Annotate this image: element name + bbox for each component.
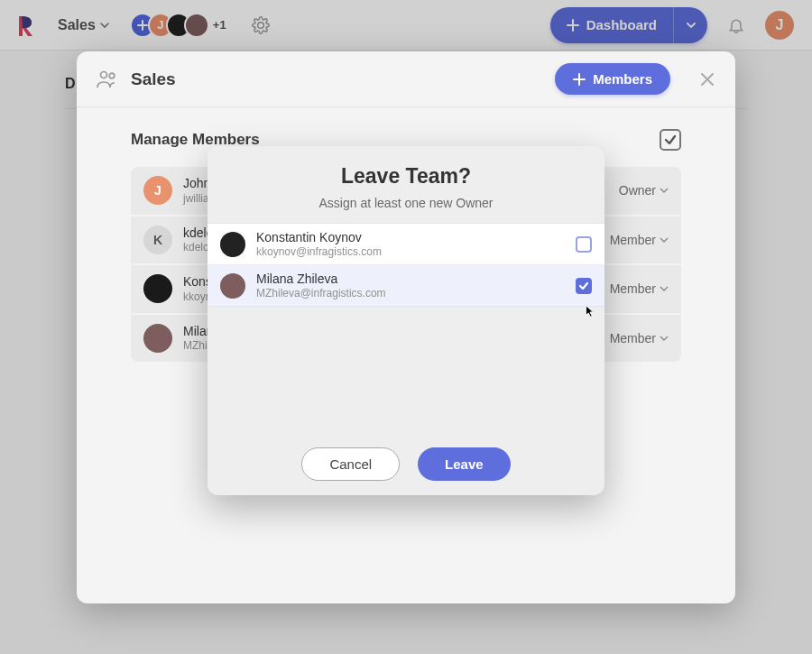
candidate-name: Milana Zhileva [256,272,565,287]
owner-candidate-list: Konstantin Koynov kkoynov@infragistics.c… [208,223,604,307]
candidate-checkbox[interactable] [576,278,592,294]
candidate-checkbox[interactable] [576,236,592,253]
candidate-email: MZhileva@infragistics.com [256,287,565,299]
avatar [220,273,245,299]
owner-candidate-row[interactable]: Milana Zhileva MZhileva@infragistics.com [208,265,604,306]
candidate-name: Konstantin Koynov [256,230,565,245]
modal-subtitle: Assign at least one new Owner [226,196,586,210]
leave-button[interactable]: Leave [418,447,511,481]
leave-team-modal: Leave Team? Assign at least one new Owne… [208,146,604,495]
candidate-email: kkoynov@infragistics.com [256,245,565,258]
modal-title: Leave Team? [226,164,586,189]
confirm-modal-overlay: Leave Team? Assign at least one new Owne… [0,0,812,654]
cancel-button[interactable]: Cancel [301,447,400,481]
owner-candidate-row[interactable]: Konstantin Koynov kkoynov@infragistics.c… [208,224,604,265]
avatar [220,232,245,257]
check-icon [578,281,589,291]
